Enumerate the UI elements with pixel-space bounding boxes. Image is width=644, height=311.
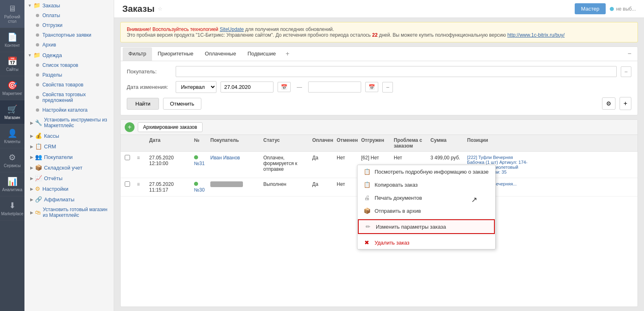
- sidebar-item-content[interactable]: 📄 Контент: [0, 28, 24, 52]
- tree-link-sections[interactable]: Разделы: [42, 72, 62, 78]
- find-button[interactable]: Найти: [127, 98, 159, 110]
- tree-link-reports[interactable]: Отчёты: [44, 175, 62, 181]
- filter-tab-hanging[interactable]: Подвисшие: [242, 47, 281, 61]
- page-header: Заказы ☆ Мастер не выб...: [114, 0, 644, 18]
- context-menu-item-copy[interactable]: 📋 Копировать заказ: [357, 178, 495, 191]
- tree-link-buyers[interactable]: Покупатели: [44, 154, 73, 160]
- date-interval-select[interactable]: Интервал: [176, 81, 216, 93]
- row-menu-icon[interactable]: ≡: [137, 181, 149, 187]
- tree-item-settings[interactable]: ▶ ⚙ Настройки: [24, 183, 114, 194]
- tree-item-transport[interactable]: Транспортные заявки: [24, 30, 114, 40]
- buy-link[interactable]: http://www.1c-bitrix.ru/buy/: [507, 32, 565, 38]
- filter-tab-filter[interactable]: Фильтр: [123, 47, 152, 61]
- tree-item-affiliates[interactable]: ▶ 🔗 Аффилиаты: [24, 194, 114, 205]
- add-order-button[interactable]: +: [125, 122, 135, 132]
- edit-icon: ✏: [364, 223, 372, 230]
- buyer-remove-button[interactable]: −: [621, 66, 631, 77]
- remove-filter-tab-button[interactable]: −: [624, 47, 635, 61]
- col-customer: Покупатель: [210, 137, 263, 149]
- context-menu-item-delete[interactable]: ✖ Удалить заказ: [357, 236, 495, 249]
- tree-item-warehouse[interactable]: ▶ 📦 Складской учет: [24, 162, 114, 173]
- tree-item-reports[interactable]: ▶ 📈 Отчёты: [24, 173, 114, 183]
- tree-item-buyers[interactable]: ▶ 👥 Покупатели: [24, 152, 114, 162]
- tree-link-marketplace-tools[interactable]: Установить инструменты из Маркетплейс: [44, 117, 110, 128]
- tree-item-cashdesk[interactable]: ▶ 💰 Кассы: [24, 130, 114, 141]
- clients-icon: 👤: [7, 128, 18, 138]
- date-to-input[interactable]: [308, 82, 361, 93]
- tree-item-offer-props[interactable]: Свойства торговых предложений: [24, 90, 114, 105]
- settings-gear-button[interactable]: ⚙: [602, 97, 615, 110]
- sidebar-item-marketplace[interactable]: ⬇ Marketplace: [0, 196, 24, 221]
- bullet-icon: [36, 64, 39, 67]
- context-menu-item-edit[interactable]: ✏ Изменить параметры заказа: [358, 219, 495, 234]
- affiliates-icon: 🔗: [35, 196, 42, 203]
- tree-link-warehouse[interactable]: Складской учет: [44, 165, 82, 171]
- tree-item-sections[interactable]: Разделы: [24, 70, 114, 80]
- date-remove-button[interactable]: −: [382, 82, 393, 93]
- row-checkbox[interactable]: [125, 181, 137, 188]
- tree-link-offer-props[interactable]: Свойства торговых предложений: [42, 92, 110, 103]
- tree-link-affiliates[interactable]: Аффилиаты: [44, 196, 75, 203]
- tree-item-archive[interactable]: Архив: [24, 40, 114, 50]
- sidebar-item-sites[interactable]: 📅 Сайты: [0, 52, 24, 76]
- tree-link-settings[interactable]: Настройки: [42, 186, 68, 192]
- tree-item-props[interactable]: Свойства товаров: [24, 80, 114, 90]
- site-update-link[interactable]: SiteUpdate: [220, 26, 244, 32]
- arrow-icon: ▶: [30, 121, 33, 125]
- archive-button[interactable]: Архивирование заказов: [138, 122, 203, 132]
- cancel-button[interactable]: Отменить: [163, 98, 201, 110]
- sidebar-item-desktop[interactable]: 🖥 Рабочий стол: [0, 0, 24, 28]
- tree-item-marketplace-store[interactable]: ▶ 🛍 Установить готовый магазин из Маркет…: [24, 205, 114, 220]
- master-button[interactable]: Мастер: [575, 3, 606, 14]
- tree-link-props[interactable]: Свойства товаров: [42, 82, 84, 88]
- date-to-calendar-button[interactable]: 📅: [365, 82, 378, 92]
- tree-link-products[interactable]: Список товаров: [42, 62, 78, 68]
- add-filter-button[interactable]: +: [620, 97, 631, 110]
- filter-tab-paid[interactable]: Оплаченные: [199, 47, 242, 61]
- sidebar-item-marketing[interactable]: 🎯 Маркетинг: [0, 76, 24, 100]
- order-num-link[interactable]: №30: [194, 187, 205, 193]
- customer-link[interactable]: Иван Иванов: [210, 155, 240, 161]
- reports-icon: 📈: [35, 175, 42, 181]
- tree-item-clothes[interactable]: ▼ 📁 Одежда: [24, 50, 114, 60]
- order-num-link[interactable]: №31: [194, 161, 205, 166]
- sidebar-item-clients[interactable]: 👤 Клиенты: [0, 124, 24, 148]
- tree-link-catalog-settings[interactable]: Настройки каталога: [42, 107, 88, 113]
- date-from-input[interactable]: [221, 82, 273, 93]
- tree-link-clothes[interactable]: Одежда: [42, 52, 62, 58]
- arrow-icon: ▼: [28, 3, 32, 8]
- desktop-icon: 🖥: [8, 4, 16, 13]
- tree-link-shipments[interactable]: Отгрузки: [42, 22, 62, 28]
- col-menu: [137, 137, 149, 149]
- context-menu-item-view[interactable]: 📋 Посмотреть подробную информацию о зака…: [357, 165, 495, 178]
- add-filter-tab-button[interactable]: +: [282, 47, 293, 61]
- favorite-star-icon[interactable]: ☆: [158, 6, 163, 12]
- tree-link-cashdesk[interactable]: Кассы: [44, 133, 59, 139]
- tree-sidebar: ▼ 📁 Заказы Оплаты Отгрузки Транспортные …: [24, 0, 114, 311]
- tree-item-products[interactable]: Список товаров: [24, 60, 114, 70]
- tree-item-marketplace-tools[interactable]: ▶ 🔧 Установить инструменты из Маркетплей…: [24, 115, 114, 130]
- tree-link-transport[interactable]: Транспортные заявки: [42, 32, 91, 38]
- tree-item-catalog-settings[interactable]: Настройки каталога: [24, 105, 114, 115]
- sidebar-item-services[interactable]: ⚙ Сервисы: [0, 148, 24, 172]
- sidebar-item-analytics[interactable]: 📊 Аналитика: [0, 172, 24, 196]
- tree-item-shipments[interactable]: Отгрузки: [24, 20, 114, 30]
- context-menu-item-archive[interactable]: 📦 Отправить в архив: [357, 204, 495, 217]
- arrow-icon: ▶: [30, 165, 33, 170]
- tree-link-marketplace-store[interactable]: Установить готовый магазин из Маркетплей…: [43, 207, 110, 218]
- tree-item-payments[interactable]: Оплаты: [24, 11, 114, 20]
- sidebar-item-shop[interactable]: 🛒 Магазин: [0, 100, 24, 124]
- row-menu-icon[interactable]: ≡: [137, 155, 149, 161]
- filter-tab-priority[interactable]: Приоритетные: [152, 47, 199, 61]
- tree-item-orders[interactable]: ▼ 📁 Заказы: [24, 0, 114, 11]
- tree-link-payments[interactable]: Оплаты: [42, 13, 60, 18]
- context-menu-label: Отправить в архив: [375, 208, 421, 214]
- tree-item-crm[interactable]: ▶ 📋 CRM: [24, 141, 114, 152]
- tree-link-orders[interactable]: Заказы: [42, 2, 60, 9]
- tree-link-crm[interactable]: CRM: [44, 143, 56, 150]
- mouse-cursor: ↗: [471, 195, 477, 204]
- date-from-calendar-button[interactable]: 📅: [278, 82, 291, 92]
- buyer-input[interactable]: [176, 66, 617, 77]
- tree-link-archive[interactable]: Архив: [42, 42, 56, 48]
- row-checkbox[interactable]: [125, 155, 137, 161]
